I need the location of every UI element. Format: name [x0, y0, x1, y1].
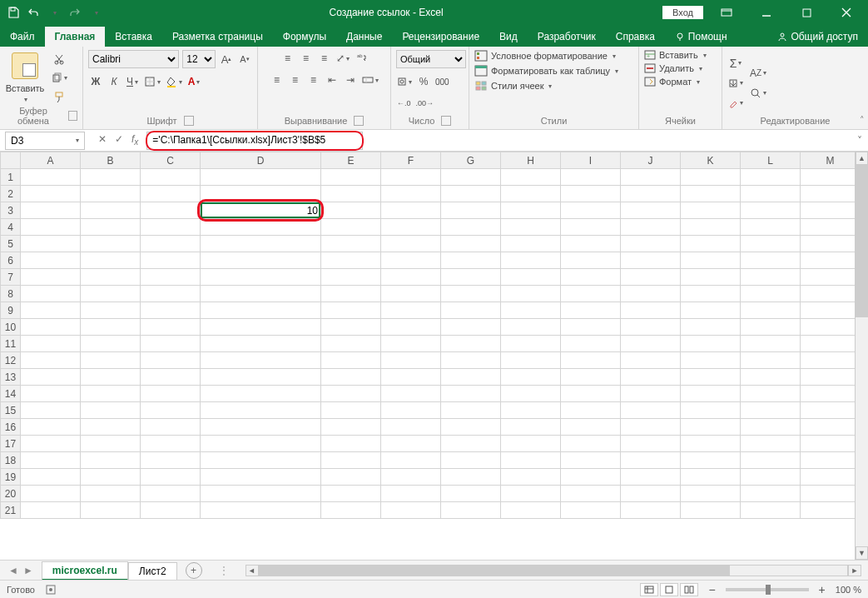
percent-icon[interactable]: %	[416, 73, 431, 90]
cell-F16[interactable]	[381, 419, 441, 436]
cell-F17[interactable]	[381, 436, 441, 452]
cell-K6[interactable]	[681, 252, 741, 269]
cell-M8[interactable]	[801, 286, 861, 302]
cell-E7[interactable]	[321, 269, 381, 286]
minimize-icon[interactable]	[750, 0, 783, 25]
cell-M1[interactable]	[801, 169, 861, 186]
cell-E1[interactable]	[321, 169, 381, 186]
cell-E13[interactable]	[321, 369, 381, 386]
cell-C1[interactable]	[141, 169, 201, 186]
col-header-A[interactable]: A	[21, 152, 81, 169]
cell-F10[interactable]	[381, 319, 441, 336]
cell-J4[interactable]	[621, 219, 681, 236]
cell-G15[interactable]	[441, 402, 501, 419]
cell-A18[interactable]	[21, 452, 81, 469]
cell-M14[interactable]	[801, 386, 861, 402]
row-header-6[interactable]: 6	[1, 252, 21, 269]
cell-I13[interactable]	[561, 369, 621, 386]
cell-E16[interactable]	[321, 419, 381, 436]
cell-A8[interactable]	[21, 286, 81, 302]
alignment-dialog-launcher[interactable]	[354, 116, 364, 126]
cell-G19[interactable]	[441, 469, 501, 486]
row-header-20[interactable]: 20	[1, 486, 21, 502]
cell-I15[interactable]	[561, 402, 621, 419]
decrease-font-icon[interactable]: A▾	[237, 51, 252, 67]
cell-A17[interactable]	[21, 436, 81, 452]
row-header-10[interactable]: 10	[1, 319, 21, 336]
zoom-in-icon[interactable]: +	[819, 583, 826, 596]
cell-M6[interactable]	[801, 252, 861, 269]
row-header-3[interactable]: 3	[1, 202, 21, 219]
cell-H1[interactable]	[501, 169, 561, 186]
cell-D2[interactable]	[201, 186, 321, 202]
cell-M10[interactable]	[801, 319, 861, 336]
cell-F2[interactable]	[381, 186, 441, 202]
cell-H10[interactable]	[501, 319, 561, 336]
cell-E11[interactable]	[321, 336, 381, 352]
view-normal-icon[interactable]	[640, 583, 658, 596]
cell-K19[interactable]	[681, 469, 741, 486]
find-select-icon[interactable]: ▾	[749, 85, 767, 102]
cell-K15[interactable]	[681, 402, 741, 419]
cell-A1[interactable]	[21, 169, 81, 186]
decrease-decimal-icon[interactable]: .00→	[415, 95, 435, 112]
cell-E21[interactable]	[321, 502, 381, 519]
col-header-L[interactable]: L	[741, 152, 801, 169]
sheet-tab-2[interactable]: Лист2	[128, 562, 177, 580]
cell-F3[interactable]	[381, 202, 441, 219]
cell-D9[interactable]	[201, 302, 321, 319]
cell-G21[interactable]	[441, 502, 501, 519]
cell-E5[interactable]	[321, 236, 381, 252]
cell-C16[interactable]	[141, 419, 201, 436]
cell-C5[interactable]	[141, 236, 201, 252]
tab-page-layout[interactable]: Разметка страницы	[162, 27, 273, 47]
format-painter-icon[interactable]	[52, 89, 67, 106]
cell-M4[interactable]	[801, 219, 861, 236]
cell-C2[interactable]	[141, 186, 201, 202]
cut-icon[interactable]	[52, 51, 67, 67]
cell-B15[interactable]	[81, 402, 141, 419]
cell-B16[interactable]	[81, 419, 141, 436]
formula-input[interactable]: ='C:\Папка1\[Ссылки.xlsx]Лист3'!$B$5	[146, 132, 363, 150]
cell-L18[interactable]	[741, 452, 801, 469]
cell-K4[interactable]	[681, 219, 741, 236]
cell-B11[interactable]	[81, 336, 141, 352]
cell-G9[interactable]	[441, 302, 501, 319]
col-header-B[interactable]: B	[81, 152, 141, 169]
cell-F8[interactable]	[381, 286, 441, 302]
border-icon[interactable]: ▾	[143, 73, 161, 90]
wrap-text-icon[interactable]: ab	[354, 50, 369, 67]
cell-M15[interactable]	[801, 402, 861, 419]
cell-J11[interactable]	[621, 336, 681, 352]
cell-F15[interactable]	[381, 402, 441, 419]
cell-L14[interactable]	[741, 386, 801, 402]
macro-record-icon[interactable]	[45, 584, 57, 596]
cell-B14[interactable]	[81, 386, 141, 402]
cell-G11[interactable]	[441, 336, 501, 352]
row-header-18[interactable]: 18	[1, 452, 21, 469]
cell-B9[interactable]	[81, 302, 141, 319]
cell-J17[interactable]	[621, 436, 681, 452]
cell-I14[interactable]	[561, 386, 621, 402]
cell-L16[interactable]	[741, 419, 801, 436]
cell-G17[interactable]	[441, 436, 501, 452]
cell-D14[interactable]	[201, 386, 321, 402]
cell-D15[interactable]	[201, 402, 321, 419]
cell-J9[interactable]	[621, 302, 681, 319]
row-header-14[interactable]: 14	[1, 386, 21, 402]
tab-home[interactable]: Главная	[45, 27, 106, 47]
cell-G6[interactable]	[441, 252, 501, 269]
cell-J19[interactable]	[621, 469, 681, 486]
cell-K21[interactable]	[681, 502, 741, 519]
cell-D5[interactable]	[201, 236, 321, 252]
cell-H14[interactable]	[501, 386, 561, 402]
cell-E20[interactable]	[321, 486, 381, 502]
row-header-21[interactable]: 21	[1, 502, 21, 519]
cell-G4[interactable]	[441, 219, 501, 236]
zoom-out-icon[interactable]: −	[708, 583, 715, 596]
cell-B1[interactable]	[81, 169, 141, 186]
cell-K16[interactable]	[681, 419, 741, 436]
cell-A21[interactable]	[21, 502, 81, 519]
cell-K3[interactable]	[681, 202, 741, 219]
cell-M13[interactable]	[801, 369, 861, 386]
